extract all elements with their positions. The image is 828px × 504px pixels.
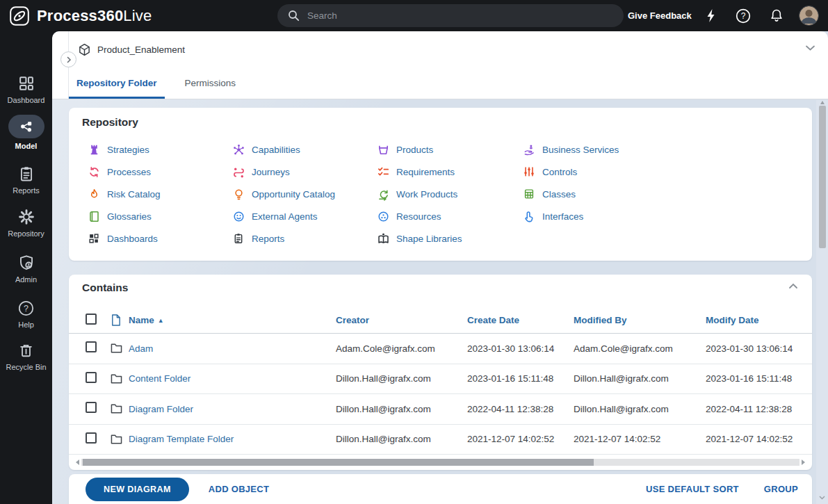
chevron-down-icon[interactable] [805, 44, 815, 51]
breadcrumb-label[interactable]: Product_Enablement [97, 44, 185, 55]
sidebar-item-recycle-bin[interactable]: Recycle Bin [0, 342, 52, 371]
sidebar-label: Model [0, 142, 52, 150]
table-body: Adam Adam.Cole@igrafx.com 2023-01-30 13:… [69, 334, 812, 455]
repo-link-processes[interactable]: Processes [87, 161, 232, 183]
repo-link-requirements[interactable]: Requirements [376, 161, 522, 183]
column-header-modified-by[interactable]: Modified By [574, 315, 706, 325]
main-content: Product_Enablement Repository Folder Per… [52, 31, 828, 504]
user-avatar[interactable] [797, 0, 820, 31]
table-header-row: Name▲ Creator Create Date Modified By Mo… [69, 307, 812, 334]
modify-date-cell: 2023-01-16 15:11:48 [706, 373, 812, 384]
search-input[interactable] [307, 10, 614, 21]
create-date-cell: 2023-01-16 15:11:48 [467, 373, 574, 384]
row-checkbox[interactable] [86, 372, 97, 383]
help-circle-icon[interactable]: ? [733, 0, 754, 31]
repo-link-label: External Agents [252, 211, 318, 222]
repo-link-glossaries[interactable]: Glossaries [87, 205, 232, 227]
notifications-bell-icon[interactable] [766, 0, 787, 31]
vertical-scrollbar[interactable] [816, 100, 828, 504]
add-object-button[interactable]: ADD OBJECT [209, 484, 270, 494]
tab-bar: Repository Folder Permissions [69, 78, 243, 99]
app-logo: Process360Live [9, 0, 152, 31]
capabilities-icon [232, 143, 245, 156]
repository-column: Capabilities Journeys [232, 138, 376, 250]
strategies-icon [87, 143, 101, 156]
repo-link-label: Processes [107, 167, 151, 177]
row-checkbox[interactable] [86, 402, 97, 413]
sidebar-item-dashboard[interactable]: Dashboard [0, 74, 52, 104]
tab-repository-folder[interactable]: Repository Folder [69, 78, 165, 99]
column-header-name[interactable]: Name▲ [129, 315, 336, 325]
interfaces-icon [522, 209, 536, 223]
sidebar-item-help[interactable]: ? Help [0, 300, 52, 329]
folder-name-link[interactable]: Adam [129, 343, 153, 354]
repo-link-business-services[interactable]: Business Services [522, 138, 802, 161]
repo-link-classes[interactable]: Classes [522, 183, 802, 205]
scroll-left-icon[interactable] [76, 460, 79, 465]
create-date-cell: 2023-01-30 13:06:14 [467, 343, 574, 354]
scrollbar-thumb[interactable] [819, 106, 826, 248]
processes-icon [87, 165, 101, 179]
folder-name-link[interactable]: Content Folder [129, 373, 190, 384]
repo-link-interfaces[interactable]: Interfaces [522, 205, 802, 227]
repo-link-controls[interactable]: Controls [522, 161, 802, 183]
group-button[interactable]: GROUP [764, 484, 798, 494]
tab-permissions[interactable]: Permissions [177, 78, 244, 99]
row-checkbox[interactable] [86, 341, 97, 352]
use-default-sort-button[interactable]: USE DEFAULT SORT [646, 484, 739, 494]
repo-link-external-agents[interactable]: External Agents [232, 205, 376, 227]
repo-link-strategies[interactable]: Strategies [87, 138, 232, 161]
process360-logo-icon [9, 6, 30, 26]
sidebar-item-admin[interactable]: Admin [0, 254, 52, 284]
chevron-up-icon[interactable] [788, 283, 798, 289]
journeys-icon [232, 165, 245, 179]
opportunity-catalog-icon [232, 187, 245, 201]
scroll-down-icon[interactable] [819, 496, 825, 500]
app-title: Process360Live [37, 7, 152, 25]
folder-name-link[interactable]: Diagram Template Folder [129, 434, 234, 444]
repository-section: Repository Strategies Proce [69, 108, 812, 261]
repo-link-dashboards[interactable]: Dashboards [87, 227, 232, 250]
shape-libraries-icon [376, 231, 390, 245]
repo-link-resources[interactable]: Resources [376, 205, 522, 227]
folder-name-link[interactable]: Diagram Folder [129, 404, 193, 414]
repository-column: Business Services Controls [522, 138, 802, 250]
column-header-create-date[interactable]: Create Date [467, 315, 574, 325]
lightning-icon[interactable] [701, 0, 722, 31]
repo-link-label: Shape Libraries [396, 234, 462, 244]
give-feedback-button[interactable]: Give Feedback [628, 0, 692, 31]
row-checkbox[interactable] [86, 432, 97, 444]
cube-icon [78, 43, 91, 56]
new-diagram-button[interactable]: NEW DIAGRAM [86, 478, 189, 501]
repo-link-shape-libraries[interactable]: Shape Libraries [376, 227, 522, 250]
table-row: Diagram Folder Dillon.Hall@igrafx.com 20… [69, 394, 812, 425]
repo-link-reports[interactable]: Reports [232, 227, 376, 250]
repository-column: Products Requirements [376, 138, 522, 250]
repo-link-capabilities[interactable]: Capabilities [232, 138, 376, 161]
repository-links-grid: Strategies Processes [87, 138, 802, 250]
classes-icon [522, 187, 536, 201]
global-search[interactable] [277, 4, 624, 27]
scroll-up-icon[interactable] [820, 101, 825, 104]
modify-date-cell: 2023-01-30 13:06:14 [706, 343, 812, 354]
scrollbar-thumb[interactable] [83, 459, 594, 466]
model-icon [19, 119, 34, 134]
scrollbar-track[interactable] [81, 459, 799, 466]
scroll-right-icon[interactable] [802, 460, 805, 465]
repo-link-journeys[interactable]: Journeys [232, 161, 376, 183]
column-header-creator[interactable]: Creator [336, 315, 467, 325]
repo-link-work-products[interactable]: Work Products [376, 183, 522, 205]
requirements-icon [376, 165, 390, 179]
expand-panel-button[interactable] [60, 51, 76, 67]
repository-section-title: Repository [82, 116, 138, 129]
select-all-checkbox[interactable] [86, 314, 97, 325]
repo-link-risk-catalog[interactable]: Risk Catalog [87, 183, 232, 205]
horizontal-scrollbar[interactable] [76, 459, 805, 466]
repo-link-products[interactable]: Products [376, 138, 522, 161]
sidebar-item-model[interactable]: Model [0, 115, 52, 150]
column-header-modify-date[interactable]: Modify Date [706, 315, 812, 325]
sidebar-item-reports[interactable]: Reports [0, 165, 52, 195]
repo-link-opportunity-catalog[interactable]: Opportunity Catalog [232, 183, 376, 205]
creator-cell: Adam.Cole@igrafx.com [336, 343, 467, 354]
sidebar-item-repository[interactable]: Repository [0, 208, 52, 238]
